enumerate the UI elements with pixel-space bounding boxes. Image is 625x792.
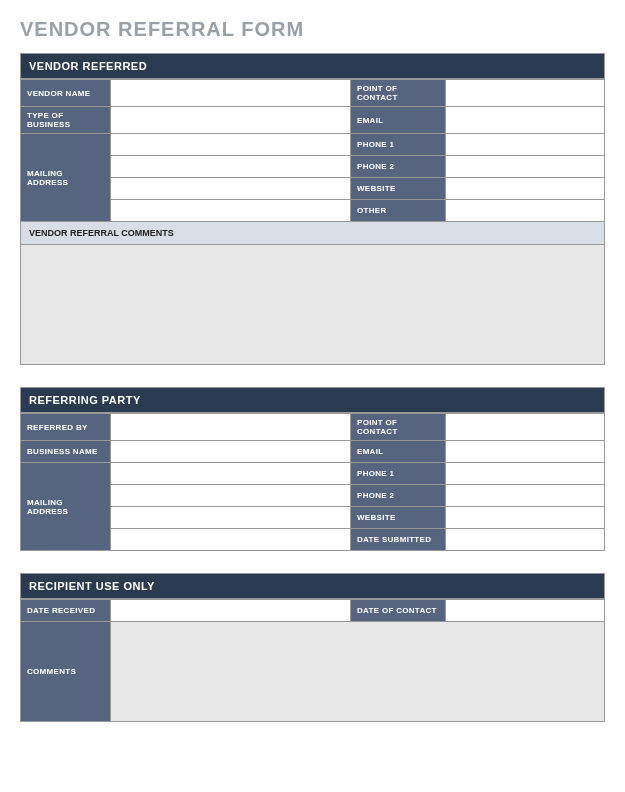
input-ref-email[interactable] [446,441,605,463]
input-phone1[interactable] [446,134,605,156]
recipient-table: DATE RECEIVED DATE OF CONTACT COMMENTS [20,599,605,722]
vendor-table: VENDOR NAME POINT OF CONTACT TYPE OF BUS… [20,79,605,222]
label-other: OTHER [351,200,446,222]
input-ref-phone1[interactable] [446,463,605,485]
referring-table: REFERRED BY POINT OF CONTACT BUSINESS NA… [20,413,605,551]
label-recipient-comments: COMMENTS [21,622,111,722]
label-type-of-business: TYPE OF BUSINESS [21,107,111,134]
label-date-received: DATE RECEIVED [21,600,111,622]
label-mailing-address: MAILING ADDRESS [21,134,111,222]
input-ref-mailing-address-3[interactable] [111,507,351,529]
label-vendor-name: VENDOR NAME [21,80,111,107]
input-other[interactable] [446,200,605,222]
input-ref-phone2[interactable] [446,485,605,507]
input-ref-mailing-address-1[interactable] [111,463,351,485]
input-website[interactable] [446,178,605,200]
label-phone2: PHONE 2 [351,156,446,178]
section-header-referring: REFERRING PARTY [20,387,605,413]
section-header-vendor: VENDOR REFERRED [20,53,605,79]
input-date-submitted[interactable] [446,529,605,551]
input-mailing-address-2[interactable] [111,156,351,178]
input-ref-website[interactable] [446,507,605,529]
input-date-received[interactable] [111,600,351,622]
input-mailing-address-1[interactable] [111,134,351,156]
label-referred-by: REFERRED BY [21,414,111,441]
label-email: EMAIL [351,107,446,134]
section-vendor-referred: VENDOR REFERRED VENDOR NAME POINT OF CON… [20,53,605,365]
input-email[interactable] [446,107,605,134]
label-date-of-contact: DATE OF CONTACT [351,600,446,622]
input-mailing-address-3[interactable] [111,178,351,200]
label-ref-website: WEBSITE [351,507,446,529]
vendor-comments-body[interactable] [20,245,605,365]
label-phone1: PHONE 1 [351,134,446,156]
input-point-of-contact[interactable] [446,80,605,107]
label-ref-email: EMAIL [351,441,446,463]
input-ref-mailing-address-4[interactable] [111,529,351,551]
label-ref-point-of-contact: POINT OF CONTACT [351,414,446,441]
input-business-name[interactable] [111,441,351,463]
vendor-comments-header: VENDOR REFERRAL COMMENTS [20,222,605,245]
input-referred-by[interactable] [111,414,351,441]
input-ref-point-of-contact[interactable] [446,414,605,441]
section-referring-party: REFERRING PARTY REFERRED BY POINT OF CON… [20,387,605,551]
input-mailing-address-4[interactable] [111,200,351,222]
label-date-submitted: DATE SUBMITTED [351,529,446,551]
input-vendor-name[interactable] [111,80,351,107]
input-date-of-contact[interactable] [446,600,605,622]
label-point-of-contact: POINT OF CONTACT [351,80,446,107]
label-ref-mailing-address: MAILING ADDRESS [21,463,111,551]
page-title: VENDOR REFERRAL FORM [20,18,605,41]
label-business-name: BUSINESS NAME [21,441,111,463]
section-header-recipient: RECIPIENT USE ONLY [20,573,605,599]
input-phone2[interactable] [446,156,605,178]
input-recipient-comments[interactable] [111,622,605,722]
label-website: WEBSITE [351,178,446,200]
label-ref-phone1: PHONE 1 [351,463,446,485]
input-ref-mailing-address-2[interactable] [111,485,351,507]
section-recipient-use-only: RECIPIENT USE ONLY DATE RECEIVED DATE OF… [20,573,605,722]
label-ref-phone2: PHONE 2 [351,485,446,507]
input-type-of-business[interactable] [111,107,351,134]
